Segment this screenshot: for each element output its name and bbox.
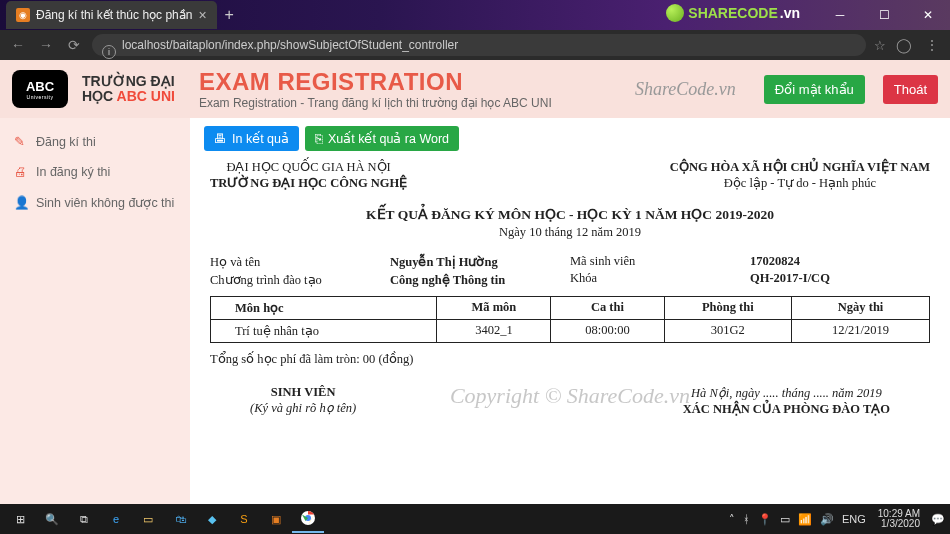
- tray-volume-icon[interactable]: 🔊: [820, 513, 834, 526]
- globe-icon: [666, 4, 684, 22]
- doc-nation: CỘNG HÒA XÃ HỘI CHỦ NGHĨA VIỆT NAM: [670, 159, 930, 175]
- sig-student-note: (Ký và ghi rõ họ tên): [250, 400, 356, 416]
- printer-icon: 🖶: [214, 132, 227, 146]
- taskbar-clock[interactable]: 10:29 AM 1/3/2020: [872, 509, 926, 529]
- print-icon: 🖨: [14, 165, 28, 179]
- tray-bluetooth-icon[interactable]: ᚼ: [743, 513, 750, 525]
- export-icon: ⎘: [315, 132, 323, 146]
- sidebar-item-label: Đăng kí thi: [36, 135, 96, 149]
- tab-close-icon[interactable]: ×: [198, 7, 206, 23]
- notification-icon[interactable]: 💬: [926, 505, 950, 533]
- sidebar-item-blocked[interactable]: 👤 Sinh viên không được thi: [0, 187, 190, 218]
- tray-battery-icon[interactable]: ▭: [780, 513, 790, 526]
- taskbar-app-store[interactable]: 🛍: [164, 505, 196, 533]
- taskbar-app-chrome[interactable]: [292, 505, 324, 533]
- window-minimize-button[interactable]: ─: [818, 0, 862, 30]
- search-icon[interactable]: 🔍: [36, 505, 68, 533]
- taskview-icon[interactable]: ⧉: [68, 505, 100, 533]
- print-results-button[interactable]: 🖶 In kết quả: [204, 126, 299, 151]
- logout-button[interactable]: Thoát: [883, 75, 938, 104]
- tab-favicon: ◉: [16, 8, 30, 22]
- student-id: 17020824: [750, 254, 800, 269]
- header-watermark: ShareCode.vn: [635, 79, 736, 100]
- action-bar: 🖶 In kết quả ⎘ Xuất kết quả ra Word: [204, 126, 936, 151]
- window-maximize-button[interactable]: ☐: [862, 0, 906, 30]
- taskbar-app-netbeans[interactable]: ◆: [196, 505, 228, 533]
- doc-title: KẾT QUẢ ĐĂNG KÝ MÔN HỌC - HỌC KỲ 1 NĂM H…: [210, 206, 930, 223]
- col-date: Ngày thi: [792, 296, 930, 319]
- browser-address-bar: ← → ⟳ i localhost/baitaplon/index.php/sh…: [0, 30, 950, 60]
- total-fee: Tổng số học phí đã làm tròn: 00 (đồng): [210, 351, 930, 367]
- page-subtitle: Exam Registration - Trang đăng kí lịch t…: [199, 96, 552, 110]
- app-root: ABC University TRƯỜNG ĐẠI HỌC ABC UNI EX…: [0, 60, 950, 504]
- doc-org-2: TRƯỜNG ĐẠI HỌC CÔNG NGHỆ: [210, 175, 407, 191]
- sig-student-title: SINH VIÊN: [250, 385, 356, 400]
- reload-icon[interactable]: ⟳: [64, 37, 84, 53]
- pencil-icon: ✎: [14, 134, 28, 149]
- menu-icon[interactable]: ⋮: [922, 37, 942, 53]
- tray-location-icon[interactable]: 📍: [758, 513, 772, 526]
- window-titlebar: ◉ Đăng kí thi kết thúc học phần × + SHAR…: [0, 0, 950, 30]
- sig-dept-date: Hà Nội, ngày ..... tháng ..... năm 2019: [683, 385, 890, 401]
- results-table: Môn học Mã môn Ca thi Phòng thi Ngày thi…: [210, 296, 930, 343]
- student-program: Công nghệ Thông tin: [390, 272, 505, 288]
- signatures: SINH VIÊN (Ký và ghi rõ họ tên) Hà Nội, …: [210, 385, 930, 417]
- bookmark-icon[interactable]: ☆: [874, 38, 886, 53]
- tray-language[interactable]: ENG: [842, 513, 866, 525]
- sidebar-item-label: Sinh viên không được thi: [36, 195, 174, 210]
- change-password-button[interactable]: Đổi mật khẩu: [764, 75, 865, 104]
- col-code: Mã môn: [437, 296, 551, 319]
- sidebar-item-print[interactable]: 🖨 In đăng ký thi: [0, 157, 190, 187]
- sharecode-watermark: SHARECODE.vn: [666, 4, 800, 22]
- profile-icon[interactable]: ◯: [894, 37, 914, 53]
- forward-icon[interactable]: →: [36, 37, 56, 53]
- browser-tab[interactable]: ◉ Đăng kí thi kết thúc học phần ×: [6, 1, 217, 29]
- main-content: 🖶 In kết quả ⎘ Xuất kết quả ra Word ĐẠI …: [190, 118, 950, 504]
- window-close-button[interactable]: ✕: [906, 0, 950, 30]
- page-title-block: EXAM REGISTRATION Exam Registration - Tr…: [199, 68, 552, 110]
- site-info-icon[interactable]: i: [102, 45, 116, 59]
- student-info: Họ và tên Chương trình đào tạo Nguyễn Th…: [210, 254, 930, 290]
- school-logo: ABC University: [12, 70, 68, 108]
- taskbar-app-xampp[interactable]: ▣: [260, 505, 292, 533]
- taskbar-app-explorer[interactable]: ▭: [132, 505, 164, 533]
- windows-taskbar: ⊞ 🔍 ⧉ e ▭ 🛍 ◆ S ▣ ˄ ᚼ 📍 ▭ 📶 🔊 ENG 10:29 …: [0, 504, 950, 534]
- student-name: Nguyễn Thị Hường: [390, 254, 498, 270]
- export-word-button[interactable]: ⎘ Xuất kết quả ra Word: [305, 126, 459, 151]
- col-room: Phòng thi: [664, 296, 792, 319]
- doc-date: Ngày 10 tháng 12 năm 2019: [210, 225, 930, 240]
- page-title: EXAM REGISTRATION: [199, 68, 552, 96]
- user-icon: 👤: [14, 195, 28, 210]
- col-shift: Ca thi: [551, 296, 664, 319]
- new-tab-button[interactable]: +: [225, 6, 234, 24]
- table-row: Trí tuệ nhân tạo 3402_1 08:00:00 301G2 1…: [211, 319, 930, 342]
- tray-wifi-icon[interactable]: 📶: [798, 513, 812, 526]
- url-text: localhost/baitaplon/index.php/showSubjec…: [122, 38, 458, 52]
- taskbar-app-sublime[interactable]: S: [228, 505, 260, 533]
- back-icon[interactable]: ←: [8, 37, 28, 53]
- taskbar-app-edge[interactable]: e: [100, 505, 132, 533]
- school-brand: TRƯỜNG ĐẠI HỌC ABC UNI: [82, 74, 175, 105]
- sidebar-item-label: In đăng ký thi: [36, 165, 110, 179]
- tray-chevron-icon[interactable]: ˄: [729, 513, 735, 526]
- col-subject: Môn học: [211, 296, 437, 319]
- doc-org-1: ĐẠI HỌC QUỐC GIA HÀ NỘI: [210, 159, 407, 175]
- sig-dept-title: XÁC NHẬN CỦA PHÒNG ĐÀO TẠO: [683, 401, 890, 417]
- tab-title: Đăng kí thi kết thúc học phần: [36, 8, 192, 22]
- start-button[interactable]: ⊞: [4, 505, 36, 533]
- student-cohort: QH-2017-I/CQ: [750, 271, 830, 286]
- sidebar: ✎ Đăng kí thi 🖨 In đăng ký thi 👤 Sinh vi…: [0, 118, 190, 504]
- result-document: ĐẠI HỌC QUỐC GIA HÀ NỘI TRƯỜNG ĐẠI HỌC C…: [204, 159, 936, 417]
- sidebar-item-register[interactable]: ✎ Đăng kí thi: [0, 126, 190, 157]
- doc-motto: Độc lập - Tự do - Hạnh phúc: [670, 175, 930, 191]
- url-input[interactable]: i localhost/baitaplon/index.php/showSubj…: [92, 34, 866, 56]
- app-header: ABC University TRƯỜNG ĐẠI HỌC ABC UNI EX…: [0, 60, 950, 118]
- system-tray[interactable]: ˄ ᚼ 📍 ▭ 📶 🔊 ENG: [723, 513, 872, 526]
